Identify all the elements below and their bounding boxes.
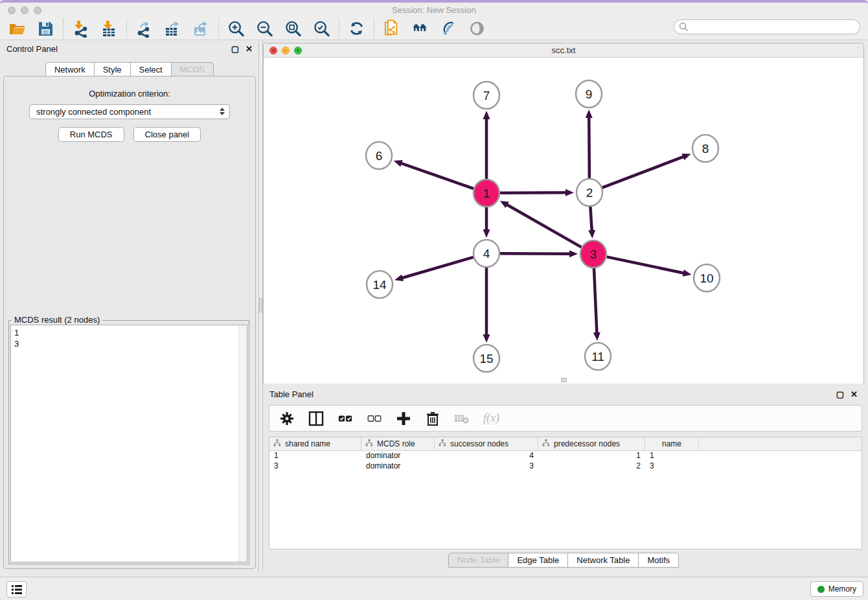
- table-row[interactable]: 1dominator411: [269, 451, 862, 461]
- save-session-icon[interactable]: [37, 20, 54, 38]
- edge-arrowhead: [394, 160, 403, 167]
- add-column-icon[interactable]: [396, 411, 411, 426]
- new-network-from-selection-icon[interactable]: [383, 20, 400, 38]
- mcds-result-title: MCDS result (2 nodes): [12, 315, 102, 325]
- table-panel: Table Panel ▢ ✕ f(x) shared nameMCDS rol…: [263, 386, 864, 571]
- network-view-window: ✕ − + scc.txt 7968124314101511: [263, 43, 864, 384]
- tab-edge-table[interactable]: Edge Table: [508, 553, 568, 568]
- table-body: 1dominator4113dominator323: [269, 451, 862, 472]
- graph-node-label-2: 2: [586, 186, 593, 200]
- select-all-rows-icon[interactable]: [337, 411, 353, 426]
- canvas-resize-handle[interactable]: [561, 378, 567, 382]
- toolbar-search: [674, 19, 860, 34]
- edge-arrowhead: [586, 110, 593, 118]
- mcds-panel: Optimization criterion: strongly connect…: [3, 76, 256, 569]
- edge-arrowhead: [569, 250, 578, 257]
- edge-2-to-3[interactable]: [590, 206, 591, 231]
- table-toolbar: f(x): [269, 405, 862, 432]
- edge-3-to-10[interactable]: [607, 257, 685, 273]
- graph-node-label-10: 10: [700, 271, 713, 285]
- tab-style[interactable]: Style: [94, 62, 131, 76]
- column-label: successor nodes: [450, 439, 508, 448]
- tab-node-table[interactable]: Node Table: [448, 553, 509, 568]
- column-visibility-icon[interactable]: [308, 411, 324, 426]
- show-graphics-details-icon[interactable]: [468, 20, 486, 38]
- edge-3-to-11[interactable]: [594, 268, 597, 334]
- column-header-name[interactable]: name: [645, 437, 699, 450]
- apply-layout-icon[interactable]: [348, 20, 365, 38]
- network-canvas[interactable]: 7968124314101511: [264, 58, 863, 384]
- select-chevrons-icon: [220, 108, 225, 115]
- export-network-icon[interactable]: [135, 20, 153, 38]
- result-scrollbar[interactable]: [238, 325, 247, 562]
- optimization-criterion-label: Optimization criterion:: [4, 89, 255, 98]
- home-icon[interactable]: [411, 20, 429, 38]
- zoom-in-icon[interactable]: [227, 20, 245, 38]
- settings-gear-icon[interactable]: [279, 411, 295, 426]
- edge-1-to-2[interactable]: [500, 192, 567, 193]
- table-cell[interactable]: 2: [538, 461, 645, 472]
- tab-mcds[interactable]: MCDS: [171, 62, 214, 76]
- memory-button[interactable]: Memory: [810, 581, 863, 597]
- zoom-out-icon[interactable]: [256, 20, 273, 38]
- table-cell[interactable]: dominator: [361, 451, 435, 461]
- graph-node-label-6: 6: [376, 149, 383, 163]
- panel-splitter[interactable]: [258, 40, 263, 571]
- float-table-panel-icon[interactable]: ▢: [836, 389, 844, 399]
- main-toolbar: [0, 17, 868, 40]
- export-table-icon[interactable]: [164, 20, 181, 38]
- close-panel-icon[interactable]: ✕: [246, 44, 253, 54]
- edge-arrowhead: [588, 230, 595, 238]
- table-cell[interactable]: 3: [645, 461, 699, 472]
- run-mcds-button[interactable]: Run MCDS: [58, 127, 124, 142]
- float-panel-icon[interactable]: ▢: [231, 44, 239, 54]
- export-image-icon[interactable]: [192, 20, 210, 38]
- table-cell[interactable]: dominator: [361, 461, 435, 472]
- column-header-successor-nodes[interactable]: successor nodes: [435, 437, 538, 450]
- close-table-panel-icon[interactable]: ✕: [851, 389, 858, 399]
- delete-column-icon[interactable]: [425, 411, 440, 426]
- graph-node-label-9: 9: [586, 87, 593, 101]
- table-cell[interactable]: 1: [645, 451, 699, 461]
- graph-node-label-7: 7: [483, 89, 490, 102]
- tab-select[interactable]: Select: [130, 62, 172, 76]
- deselect-all-rows-icon[interactable]: [367, 411, 382, 426]
- edge-4-to-3[interactable]: [500, 253, 571, 254]
- edge-4-to-14[interactable]: [402, 257, 474, 278]
- table-cell[interactable]: 3: [435, 461, 538, 472]
- open-session-icon[interactable]: [8, 20, 26, 38]
- edge-arrowhead: [394, 274, 404, 281]
- zoom-selected-icon[interactable]: [313, 20, 330, 38]
- search-input[interactable]: [674, 19, 860, 34]
- tab-motifs[interactable]: Motifs: [638, 553, 679, 568]
- column-label: predecessor nodes: [554, 439, 620, 448]
- hide-graphics-details-icon[interactable]: [440, 20, 457, 38]
- splitter-handle[interactable]: [259, 298, 262, 312]
- edge-arrowhead: [483, 111, 490, 119]
- edge-2-to-9[interactable]: [589, 117, 589, 179]
- edge-2-to-8[interactable]: [602, 156, 685, 187]
- control-panel-title: Control Panel: [6, 44, 58, 54]
- column-header-predecessor-nodes[interactable]: predecessor nodes: [538, 437, 645, 450]
- criterion-select[interactable]: strongly connected component: [29, 104, 230, 119]
- node-table: shared nameMCDS rolesuccessor nodesprede…: [269, 437, 862, 549]
- import-network-icon[interactable]: [72, 20, 89, 38]
- tab-network-table[interactable]: Network Table: [567, 553, 639, 568]
- tab-network[interactable]: Network: [45, 62, 95, 76]
- table-row[interactable]: 3dominator323: [269, 461, 862, 472]
- table-cell[interactable]: 4: [435, 451, 538, 461]
- column-header-MCDS-role[interactable]: MCDS role: [361, 437, 435, 450]
- column-header-shared-name[interactable]: shared name: [269, 437, 361, 450]
- table-cell[interactable]: 3: [269, 461, 361, 472]
- table-panel-title: Table Panel: [269, 389, 314, 399]
- zoom-fit-icon[interactable]: [284, 20, 302, 38]
- edge-3-to-1[interactable]: [506, 204, 581, 247]
- mcds-result-line: 3: [14, 338, 244, 349]
- graph-node-label-14: 14: [372, 278, 387, 292]
- edge-1-to-6[interactable]: [400, 163, 474, 189]
- table-cell[interactable]: 1: [269, 451, 361, 461]
- close-panel-button[interactable]: Close panel: [133, 127, 201, 142]
- import-table-icon[interactable]: [100, 20, 118, 38]
- table-cell[interactable]: 1: [538, 451, 645, 461]
- task-history-button[interactable]: [6, 581, 27, 597]
